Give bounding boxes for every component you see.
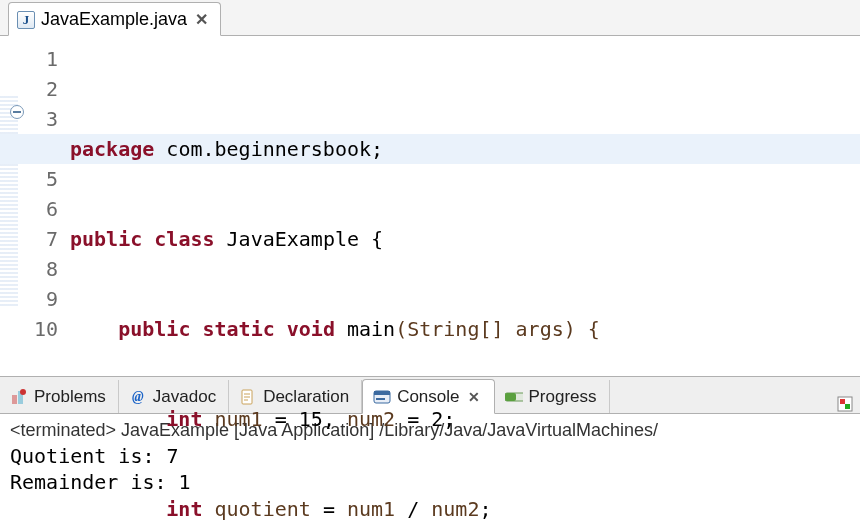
line-number-gutter: 1 2 3 4 5 6 7 8 9 10	[20, 36, 64, 376]
code-line: int quotient = num1 / num2;	[70, 494, 860, 524]
code-body[interactable]: package com.beginnersbook; public class …	[64, 36, 860, 376]
line-number: 6	[20, 194, 58, 224]
svg-rect-0	[12, 395, 17, 404]
editor-tab-bar: J JavaExample.java ✕	[0, 0, 860, 36]
line-number: 9	[20, 284, 58, 314]
line-number: 10	[20, 314, 58, 344]
fold-toggle-icon[interactable]	[10, 105, 24, 119]
line-number: 7	[20, 224, 58, 254]
java-file-icon: J	[17, 11, 35, 29]
line-number: 2	[20, 74, 58, 104]
editor-tab-label: JavaExample.java	[41, 9, 187, 30]
svg-point-2	[20, 389, 26, 395]
line-number: 1	[20, 44, 58, 74]
line-number: 5	[20, 164, 58, 194]
code-line: int num1 = 15, num2 = 2;	[70, 404, 860, 434]
folding-ruler	[0, 36, 20, 376]
line-number: 8	[20, 254, 58, 284]
code-line: public class JavaExample {	[70, 224, 860, 254]
code-line: public static void main(String[] args) {	[70, 314, 860, 344]
annotation-ruler	[0, 96, 18, 306]
line-number: 3	[20, 104, 58, 134]
problems-icon	[10, 388, 28, 406]
editor-tab-javaexample[interactable]: J JavaExample.java ✕	[8, 2, 221, 36]
close-icon[interactable]: ✕	[193, 10, 210, 29]
code-editor[interactable]: 1 2 3 4 5 6 7 8 9 10 package com.beginne…	[0, 36, 860, 376]
